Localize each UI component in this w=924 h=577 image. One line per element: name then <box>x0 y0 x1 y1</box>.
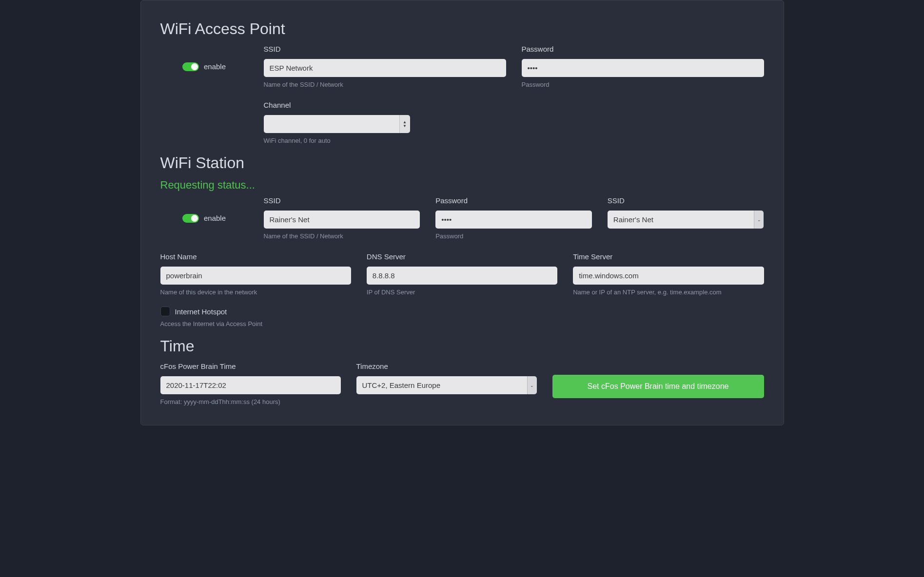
dns-server-label: DNS Server <box>367 252 557 261</box>
brain-time-input[interactable] <box>160 376 341 394</box>
ap-enable-toggle[interactable] <box>182 62 199 71</box>
ap-channel-stepper-buttons[interactable]: ▲ ▼ <box>399 115 410 133</box>
section-title-sta: WiFi Station <box>160 154 764 172</box>
host-name-help: Name of this device in the network <box>160 288 351 296</box>
brain-time-label: cFos Power Brain Time <box>160 362 341 370</box>
ap-ssid-input[interactable] <box>264 59 506 77</box>
dns-server-help: IP of DNS Server <box>367 288 557 296</box>
timezone-field: Timezone ⌄ <box>356 362 537 394</box>
sta-ssid-input[interactable] <box>264 211 420 229</box>
chevron-down-icon: ▼ <box>403 124 407 128</box>
ap-channel-stepper[interactable]: ▲ ▼ <box>264 115 410 133</box>
sta-enable-toggle[interactable] <box>182 214 199 223</box>
sta-password-field: Password Password <box>435 196 592 240</box>
ap-channel-input[interactable] <box>264 115 399 133</box>
ap-enable-toggle-group: enable <box>160 45 248 88</box>
ap-password-input[interactable] <box>522 59 764 77</box>
sta-status-text: Requesting status... <box>160 179 764 192</box>
ap-password-help: Password <box>522 81 764 88</box>
sta-ssid-select-label: SSID <box>608 196 764 205</box>
sta-ssid-select-field: SSID ⌄ <box>608 196 764 240</box>
chevron-down-icon: ⌄ <box>757 217 761 222</box>
section-title-time: Time <box>160 337 764 355</box>
sta-password-label: Password <box>435 196 592 205</box>
sta-ssid-select-dropdown-button[interactable]: ⌄ <box>754 211 764 229</box>
host-name-label: Host Name <box>160 252 351 261</box>
dns-server-input[interactable] <box>367 267 557 285</box>
sta-password-input[interactable] <box>435 211 592 229</box>
settings-panel: WiFi Access Point enable SSID Name of th… <box>140 0 784 425</box>
ap-channel-help: WiFi channel, 0 for auto <box>264 137 410 144</box>
ap-ssid-label: SSID <box>264 45 506 53</box>
internet-hotspot-help: Access the Internet via Access Point <box>160 320 764 327</box>
chevron-down-icon: ⌄ <box>530 383 534 388</box>
sta-ssid-help: Name of the SSID / Network <box>264 232 420 240</box>
ap-ssid-field: SSID Name of the SSID / Network <box>264 45 506 88</box>
time-server-field: Time Server Name or IP of an NTP server,… <box>573 252 764 296</box>
host-name-input[interactable] <box>160 267 351 285</box>
timezone-dropdown-button[interactable]: ⌄ <box>527 376 537 394</box>
ap-channel-field: Channel ▲ ▼ WiFi channel, 0 for auto <box>264 101 410 144</box>
host-name-field: Host Name Name of this device in the net… <box>160 252 351 296</box>
sta-ssid-field: SSID Name of the SSID / Network <box>264 196 420 240</box>
ap-password-field: Password Password <box>522 45 764 88</box>
set-time-button[interactable]: Set cFos Power Brain time and timezone <box>552 375 764 398</box>
ap-channel-label: Channel <box>264 101 410 109</box>
dns-server-field: DNS Server IP of DNS Server <box>367 252 557 296</box>
sta-ssid-select[interactable] <box>608 211 754 229</box>
ap-password-label: Password <box>522 45 764 53</box>
sta-enable-label: enable <box>204 214 226 222</box>
timezone-label: Timezone <box>356 362 537 370</box>
timezone-select[interactable] <box>356 376 527 394</box>
internet-hotspot-field: Internet Hotspot Access the Internet via… <box>160 307 764 327</box>
brain-time-help: Format: yyyy-mm-ddThh:mm:ss (24 hours) <box>160 398 341 405</box>
internet-hotspot-checkbox[interactable] <box>160 307 170 316</box>
ap-enable-label: enable <box>204 62 226 71</box>
brain-time-field: cFos Power Brain Time Format: yyyy-mm-dd… <box>160 362 341 405</box>
section-title-ap: WiFi Access Point <box>160 20 764 38</box>
sta-enable-toggle-group: enable <box>160 196 248 240</box>
sta-ssid-label: SSID <box>264 196 420 205</box>
time-server-help: Name or IP of an NTP server, e.g. time.e… <box>573 288 764 296</box>
time-server-input[interactable] <box>573 267 764 285</box>
time-server-label: Time Server <box>573 252 764 261</box>
sta-password-help: Password <box>435 232 592 240</box>
internet-hotspot-label: Internet Hotspot <box>175 308 227 316</box>
ap-ssid-help: Name of the SSID / Network <box>264 81 506 88</box>
